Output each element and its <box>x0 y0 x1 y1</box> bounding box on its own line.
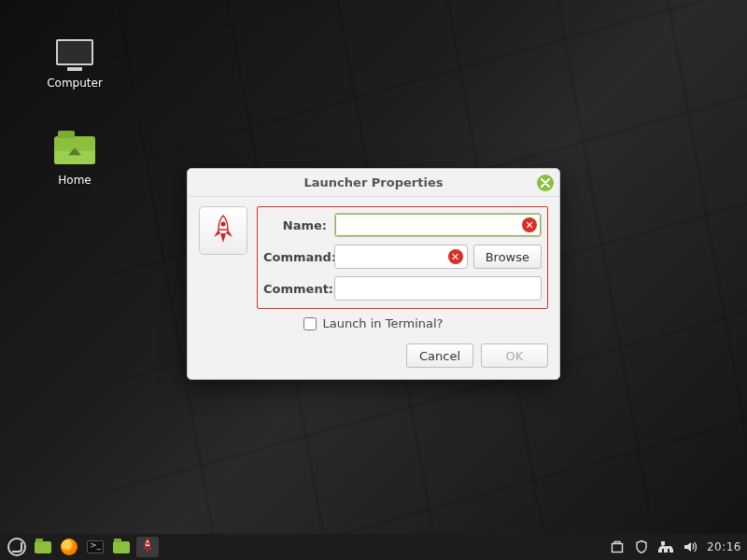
security-tray-icon[interactable] <box>634 539 649 554</box>
close-button[interactable] <box>537 175 554 191</box>
rocket-icon <box>209 215 237 246</box>
launcher-icon-button[interactable] <box>199 206 247 255</box>
menu-button[interactable] <box>6 537 28 557</box>
updates-tray-icon[interactable] <box>610 539 625 554</box>
error-icon: ✕ <box>525 219 533 231</box>
terminal-launcher[interactable] <box>84 537 106 557</box>
clear-command-button[interactable]: ✕ <box>448 249 463 264</box>
required-fields-group: Name: ✕ Command: ✕ Browse Comment: <box>257 206 548 309</box>
mint-logo-icon <box>7 538 26 556</box>
svg-point-0 <box>220 221 225 226</box>
name-label: Name: <box>263 218 334 232</box>
launch-in-terminal-label: Launch in Terminal? <box>322 316 443 330</box>
desktop-icon-label: Home <box>37 174 112 187</box>
rocket-icon <box>140 539 155 555</box>
desktop-icon-label: Computer <box>37 77 112 90</box>
launcher-properties-dialog: Launcher Properties Name: <box>187 168 560 380</box>
svg-rect-3 <box>661 541 665 545</box>
ok-button[interactable]: OK <box>481 343 548 368</box>
cancel-button[interactable]: Cancel <box>406 343 473 368</box>
name-field-wrap: ✕ <box>334 213 542 237</box>
files-task[interactable] <box>110 537 133 557</box>
volume-tray-icon[interactable] <box>683 539 698 554</box>
command-input[interactable] <box>341 250 443 264</box>
comment-label: Comment: <box>263 282 334 296</box>
files-launcher[interactable] <box>32 537 54 557</box>
home-folder-icon <box>54 136 95 170</box>
titlebar[interactable]: Launcher Properties <box>188 169 559 197</box>
command-label: Command: <box>263 250 334 264</box>
svg-rect-6 <box>669 549 673 553</box>
firefox-launcher[interactable] <box>58 537 80 557</box>
comment-input[interactable] <box>341 282 535 296</box>
error-icon: ✕ <box>451 251 459 263</box>
folder-icon <box>113 541 130 553</box>
svg-rect-4 <box>658 549 662 553</box>
comment-field-wrap <box>334 276 542 301</box>
command-field-wrap: ✕ <box>334 245 468 269</box>
svg-point-1 <box>146 542 148 545</box>
folder-icon <box>35 541 51 553</box>
desktop-icon-home[interactable]: Home <box>37 131 112 187</box>
name-input[interactable] <box>341 218 516 232</box>
clear-name-button[interactable]: ✕ <box>522 217 537 232</box>
dialog-title: Launcher Properties <box>304 175 444 189</box>
taskbar: 20:16 <box>0 534 747 560</box>
firefox-icon <box>61 539 78 555</box>
launch-in-terminal-checkbox[interactable] <box>303 317 317 330</box>
network-tray-icon[interactable] <box>658 539 673 554</box>
browse-button[interactable]: Browse <box>473 245 542 269</box>
computer-icon <box>54 39 95 73</box>
terminal-icon <box>87 540 104 553</box>
clock[interactable]: 20:16 <box>707 540 741 553</box>
svg-rect-5 <box>664 549 668 553</box>
launcher-properties-task[interactable] <box>136 537 159 557</box>
desktop-icon-computer[interactable]: Computer <box>37 39 112 90</box>
svg-rect-2 <box>612 544 622 553</box>
close-icon <box>541 178 550 188</box>
